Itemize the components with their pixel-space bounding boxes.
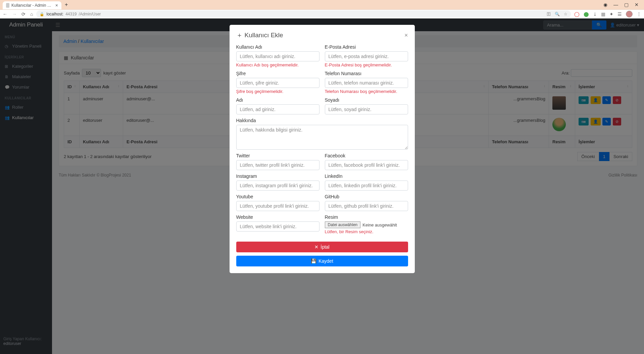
home-icon[interactable]: ⌂ bbox=[30, 11, 33, 17]
url-port: 44319 bbox=[65, 12, 77, 16]
cancel-button[interactable]: ✕ İptal bbox=[236, 242, 408, 252]
error-username: Kullanıcı Adı boş geçilmemelidir. bbox=[236, 62, 319, 67]
twitter-input[interactable] bbox=[236, 160, 319, 170]
close-icon[interactable]: ✕ bbox=[635, 2, 639, 7]
lock-icon: 🔒 bbox=[40, 12, 44, 16]
website-input[interactable] bbox=[236, 221, 319, 232]
label-firstname: Adı bbox=[236, 97, 319, 103]
label-phone: Telefon Numarası bbox=[325, 71, 408, 76]
username-input[interactable] bbox=[236, 51, 319, 61]
error-email: E-Posta Adresi boş geçilmemelidir. bbox=[325, 62, 408, 67]
ext-opera-icon[interactable]: ◯ bbox=[574, 11, 580, 17]
maximize-icon[interactable]: ▢ bbox=[624, 2, 629, 7]
label-youtube: Youtube bbox=[236, 194, 319, 199]
modal-title: ＋ Kullanıcı Ekle bbox=[236, 31, 283, 40]
nav-buttons: ← → ⟳ ⌂ bbox=[3, 11, 33, 17]
times-icon: ✕ bbox=[314, 244, 318, 250]
firstname-input[interactable] bbox=[236, 104, 319, 114]
linkedin-input[interactable] bbox=[325, 181, 408, 191]
browser-chrome: Kullanıcılar - Admin Paneli | Blog × + ◉… bbox=[0, 0, 644, 18]
facebook-input[interactable] bbox=[325, 160, 408, 170]
tab-close-icon[interactable]: × bbox=[55, 3, 58, 8]
label-email: E-Posta Adresi bbox=[325, 44, 408, 50]
add-user-modal: ＋ Kullanıcı Ekle × Kullanıcı Adı Kullanı… bbox=[230, 25, 415, 273]
favicon bbox=[6, 3, 9, 8]
label-website: Website bbox=[236, 214, 319, 220]
reload-icon[interactable]: ⟳ bbox=[21, 11, 26, 17]
tab-title: Kullanıcılar - Admin Paneli | Blog bbox=[11, 3, 53, 8]
kebab-icon[interactable]: ⋮ bbox=[637, 11, 641, 17]
toolbar-icons: ◯ ⬤ ⤓ ▦ ✦ ☰ ⋮ bbox=[574, 11, 641, 17]
plus-icon: ＋ bbox=[236, 31, 243, 40]
file-select-button[interactable]: Datei auswählen bbox=[325, 221, 361, 228]
error-image: Lütfen, bir Resim seçiniz. bbox=[325, 229, 408, 234]
record-icon[interactable]: ◉ bbox=[603, 2, 607, 7]
password-input[interactable] bbox=[236, 78, 319, 88]
label-about: Hakkında bbox=[236, 118, 408, 123]
minimize-icon[interactable]: — bbox=[613, 2, 618, 7]
bookmark-icon[interactable]: ☆ bbox=[564, 12, 567, 16]
error-phone: Telefon Numarası boş geçilmemelidir. bbox=[325, 89, 408, 94]
modal-close-button[interactable]: × bbox=[404, 32, 408, 39]
youtube-input[interactable] bbox=[236, 201, 319, 211]
extensions-icon[interactable]: ✦ bbox=[609, 11, 613, 17]
new-tab-button[interactable]: + bbox=[65, 2, 68, 8]
label-instagram: Instagram bbox=[236, 173, 319, 179]
email-input[interactable] bbox=[325, 51, 408, 61]
profile-avatar[interactable] bbox=[626, 11, 633, 17]
save-button[interactable]: 💾 Kaydet bbox=[236, 256, 408, 266]
label-twitter: Twitter bbox=[236, 153, 319, 158]
reading-list-icon[interactable]: ☰ bbox=[617, 11, 622, 17]
label-github: GitHub bbox=[325, 194, 408, 199]
error-password: Şifre boş geçilmemelidir. bbox=[236, 89, 319, 94]
label-facebook: Facebook bbox=[325, 153, 408, 158]
save-icon: 💾 bbox=[311, 258, 316, 264]
ext-download-icon[interactable]: ⤓ bbox=[593, 11, 597, 17]
url-box[interactable]: 🔒 localhost:44319/Admin/User ⚿ 🔍 ☆ bbox=[36, 10, 571, 18]
back-icon[interactable]: ← bbox=[3, 11, 7, 17]
file-empty-text: Keine ausgewählt bbox=[362, 222, 397, 227]
about-input[interactable] bbox=[236, 125, 408, 150]
url-path: /Admin/User bbox=[79, 12, 101, 16]
url-host: localhost: bbox=[46, 12, 63, 16]
label-linkedin: LinkedIn bbox=[325, 173, 408, 179]
key-icon[interactable]: ⚿ bbox=[547, 12, 551, 16]
ext-green-icon[interactable]: ⬤ bbox=[584, 11, 589, 17]
label-username: Kullanıcı Adı bbox=[236, 44, 319, 50]
tab-bar: Kullanıcılar - Admin Paneli | Blog × + ◉… bbox=[0, 0, 644, 9]
phone-input[interactable] bbox=[325, 78, 408, 88]
instagram-input[interactable] bbox=[236, 181, 319, 191]
label-password: Şifre bbox=[236, 71, 319, 76]
label-image: Resim bbox=[325, 214, 408, 220]
forward-icon[interactable]: → bbox=[12, 11, 17, 17]
zoom-search-icon[interactable]: 🔍 bbox=[555, 12, 560, 16]
window-controls: ◉ — ▢ ✕ bbox=[603, 2, 641, 7]
github-input[interactable] bbox=[325, 201, 408, 211]
ext-help-icon[interactable]: ▦ bbox=[601, 11, 605, 17]
label-lastname: Soyadı bbox=[325, 97, 408, 103]
lastname-input[interactable] bbox=[325, 104, 408, 114]
address-bar: ← → ⟳ ⌂ 🔒 localhost:44319/Admin/User ⚿ 🔍… bbox=[0, 9, 644, 18]
browser-tab[interactable]: Kullanıcılar - Admin Paneli | Blog × bbox=[3, 1, 61, 9]
